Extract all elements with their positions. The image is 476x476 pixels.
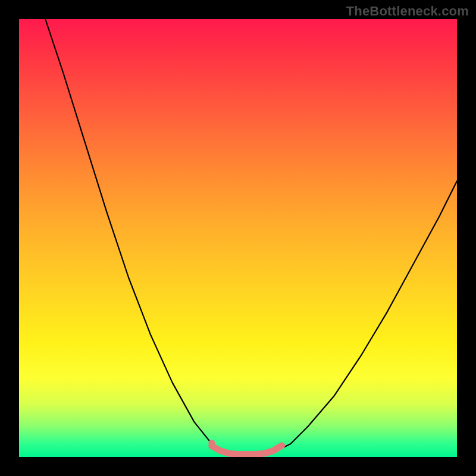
series-left-arm (45, 19, 229, 453)
series-bottom-arc (212, 446, 282, 455)
chart-svg (19, 19, 457, 457)
series-bottom-dot-point (208, 440, 215, 446)
chart-frame: TheBottleneck.com (0, 0, 476, 476)
watermark-text: TheBottleneck.com (346, 4, 469, 19)
plot-area (19, 19, 457, 457)
series-right-arm (273, 181, 457, 452)
